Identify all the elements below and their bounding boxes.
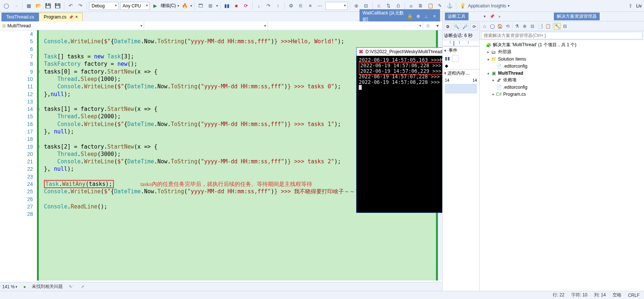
member-dropdown[interactable] [268, 21, 423, 30]
tool-6-icon[interactable]: ⊟ [362, 2, 370, 10]
close-icon[interactable]: × [432, 13, 437, 19]
fold-icon[interactable]: ⊟ [36, 145, 40, 149]
type-dropdown[interactable] [144, 21, 268, 30]
issues-ok-icon: ● [23, 284, 26, 289]
app-insights-button[interactable]: Application Insights ▾ [468, 3, 510, 9]
tool-3-icon[interactable]: ≡ [306, 2, 314, 10]
diag-dd-icon[interactable]: ▾ [482, 14, 488, 20]
diag-events-label[interactable]: 事件 [449, 47, 457, 54]
pause-icon: ▮▮ [445, 56, 450, 61]
toolbox-icon[interactable]: 🗔 [197, 2, 205, 10]
split-icon[interactable]: ⊹ [423, 21, 433, 30]
se-show-all-icon[interactable]: 📑 [537, 23, 544, 30]
lock-icon: 🔒 [407, 13, 413, 19]
step-out-icon[interactable]: ↑ [274, 2, 282, 10]
diag-session-label: 诊断会话: 6 秒 [444, 32, 478, 40]
platform-combo[interactable]: Any CPU [120, 2, 150, 10]
nav-back-icon[interactable]: ◯ [2, 2, 10, 10]
se-hut-icon[interactable]: 🏠 [497, 23, 503, 30]
step-into-icon[interactable]: ↓ [255, 2, 263, 10]
close-icon[interactable]: × [75, 14, 78, 20]
tool-9-icon[interactable]: ⎙ [394, 2, 402, 10]
status-bar: 行: 22 字符: 10 列: 14 空格 CRLF [0, 291, 644, 299]
console-app-icon: ⌘ [359, 49, 363, 54]
se-collapse-icon[interactable]: ⊟ [529, 23, 536, 30]
tool-2-icon[interactable]: ⎘ [297, 2, 305, 10]
open-icon[interactable]: 📂 [34, 2, 42, 10]
status-char[interactable]: 字符: 10 [571, 292, 587, 298]
save-icon[interactable]: 💾 [44, 2, 52, 10]
diag-zoomout-icon[interactable]: 🔎 [462, 23, 469, 30]
console-titlebar[interactable]: ⌘ D:\VS2022_Project\Wesky\MultiThread\Mu… [357, 48, 442, 56]
tool-8-icon[interactable]: ⇅ [385, 2, 393, 10]
hot-reload-icon[interactable]: 🔥 [181, 2, 189, 10]
live-share-icon[interactable]: ⇪ [627, 2, 635, 10]
undo-icon[interactable]: ↶ [67, 2, 75, 10]
issues-label[interactable]: 未找到相关问题 [32, 283, 63, 290]
tool-11-icon[interactable]: 🗎 [417, 2, 425, 10]
restart-icon[interactable]: ⟳ [242, 2, 250, 10]
tool-1-icon[interactable]: ⚙ [287, 2, 295, 10]
diag-settings-icon[interactable]: ⚙ [444, 23, 452, 30]
redo-icon[interactable]: ↷ [76, 2, 84, 10]
status-col[interactable]: 列: 14 [594, 292, 606, 298]
continue-button[interactable]: ▶ [151, 2, 159, 10]
solution-explorer: ⌂ ◯ 🏠 ⟲ ⚗ ⊕ ⊟ 📑 📋 🔧 ⊟ 🧩解决方案 'MultiThread… [480, 21, 644, 291]
diag-close-icon[interactable]: × [497, 14, 502, 20]
diag-reset-icon[interactable]: ⟳ [470, 23, 478, 30]
diag-zoomin-icon[interactable]: 🔍 [453, 23, 460, 30]
zoom-combo[interactable]: 141 % ▾ [2, 284, 17, 289]
step-over-icon[interactable]: ↷ [265, 2, 273, 10]
pin-icon[interactable]: 📌 [69, 15, 73, 19]
document-tabs: TestThread.cs Program.cs📌× [0, 12, 357, 21]
status-line[interactable]: 行: 22 [553, 292, 565, 298]
status-indent[interactable]: 空格 [613, 292, 621, 298]
tab-testthread[interactable]: TestThread.cs [1, 13, 39, 21]
diag-pin-icon[interactable]: 📌 [489, 14, 495, 20]
tool-7-icon[interactable]: ⎌ [375, 2, 383, 10]
se-copy-icon[interactable]: 📋 [545, 23, 551, 30]
stop-icon[interactable]: ■ [232, 2, 241, 10]
project-dropdown[interactable]: ⊞MultiThread [0, 21, 144, 30]
expand-icon[interactable]: ▾ [433, 21, 442, 30]
se-more-icon[interactable]: ⊟ [562, 23, 568, 30]
diamond-icon: ◆ [445, 63, 448, 68]
diag-timeline[interactable] [443, 41, 479, 46]
fold-icon[interactable]: ⊟ [36, 69, 40, 74]
config-combo[interactable]: Debug [89, 2, 119, 10]
layout-icon[interactable]: ⊞ [207, 2, 215, 10]
save-all-icon[interactable]: 💾 [54, 2, 62, 10]
preview-tab-bar: WaitCallback [从元数据] 🔒 ⊕ ⟂ × [357, 12, 442, 21]
solution-tree[interactable]: 🧩解决方案 'MultiThread' (1 个项目，共 1 个) ▸🗂外部源 … [480, 40, 644, 291]
console-window[interactable]: ⌘ D:\VS2022_Project\Wesky\MultiThread\Mu… [356, 47, 442, 213]
tool-5-icon[interactable]: ⊕ [352, 2, 361, 10]
se-sync-icon[interactable]: ⟲ [504, 23, 511, 30]
promote-icon[interactable]: ⊕ [416, 13, 421, 19]
tool-14-icon[interactable]: ⚓ [446, 2, 454, 10]
diag-memory-chart[interactable] [445, 84, 477, 94]
status-eol[interactable]: CRLF [628, 293, 640, 298]
new-item-icon[interactable]: ▦ [25, 2, 33, 10]
pin-icon[interactable]: ⟂ [424, 13, 429, 19]
fold-icon[interactable]: ⊟ [36, 107, 40, 111]
tool-13-icon[interactable]: ✎ [436, 2, 444, 10]
solution-search-input[interactable] [481, 32, 643, 39]
preview-tab[interactable]: WaitCallback [从元数据] 🔒 ⊕ ⟂ × [360, 9, 440, 23]
code-editor[interactable]: 4 5Console.WriteLine($"{DateTime.Now.ToS… [0, 30, 442, 291]
pause-icon[interactable]: ▮▮ [223, 2, 231, 10]
continue-label[interactable]: 继续(C) [161, 3, 176, 9]
diag-mem-label[interactable]: 进程内存… [447, 71, 470, 76]
live-label[interactable]: Liv [636, 3, 642, 9]
main-toolbar: ◯ → ▦ 📂 💾 💾 ↶ ↷ Debug Any CPU ▶ 继续(C) ▾ … [0, 0, 644, 12]
tool-4-icon[interactable]: ⋯ [316, 2, 324, 10]
nav-fwd-icon[interactable]: → [12, 2, 20, 10]
se-expand-icon[interactable]: ⊕ [521, 23, 528, 30]
se-back-icon[interactable]: ◯ [489, 23, 495, 30]
tool-12-icon[interactable]: 📋 [426, 2, 435, 10]
se-filter-icon[interactable]: ⚗ [514, 23, 520, 30]
se-home-icon[interactable]: ⌂ [481, 23, 488, 30]
se-properties-icon[interactable]: 🔧 [554, 23, 560, 30]
tool-10-icon[interactable]: ⎄ [407, 2, 415, 10]
tab-program[interactable]: Program.cs📌× [39, 13, 82, 21]
search-combo[interactable] [326, 2, 348, 10]
